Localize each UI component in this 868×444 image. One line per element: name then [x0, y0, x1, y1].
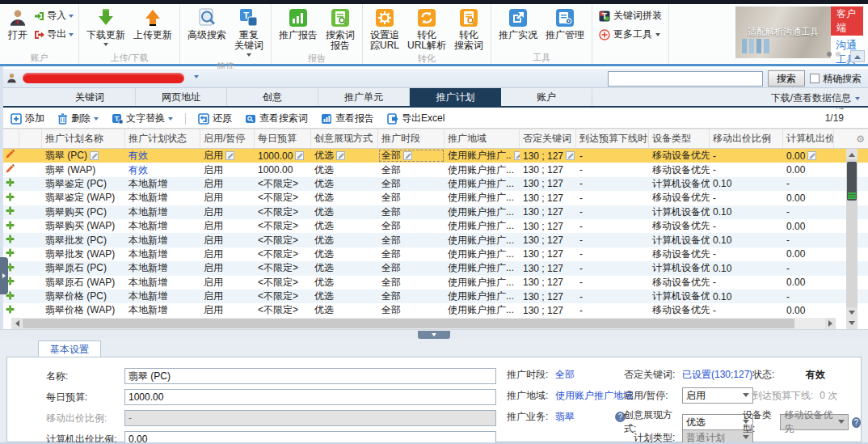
cell-computer[interactable]: 0.00 — [783, 149, 834, 163]
cell-deadline[interactable]: - — [576, 261, 649, 275]
cell-display[interactable]: 优选 — [311, 149, 378, 163]
cell-budget[interactable]: <不限定> — [255, 205, 311, 219]
search-term-report-button[interactable]: 搜索词 报告 — [322, 6, 359, 53]
cell-negative[interactable]: 130 ; 127 — [520, 149, 576, 163]
cell-mobile[interactable]: 0.10 — [710, 177, 783, 191]
cell-deadline[interactable]: - — [576, 233, 649, 247]
export-excel-button[interactable]: 导出Excel — [383, 112, 449, 125]
tab-account[interactable]: 账户 — [501, 88, 592, 106]
cell-region[interactable]: 使用账户推广... — [445, 219, 520, 233]
vertical-scroll-thumb[interactable] — [847, 162, 857, 201]
cell-computer[interactable]: 0.00 — [783, 191, 834, 205]
export-dropdown-caret[interactable] — [69, 33, 74, 39]
add-button[interactable]: 添加 — [6, 112, 48, 125]
cell-period[interactable]: 全部 — [378, 191, 445, 205]
cell-display[interactable]: 优选 — [311, 219, 378, 233]
row-spacer-cell[interactable] — [19, 163, 42, 176]
cell-status[interactable]: 有效 — [125, 149, 200, 163]
cell-budget[interactable]: <不限定> — [255, 261, 311, 275]
cell-name[interactable]: 翡翠价格 (WAP) — [42, 303, 125, 317]
scroll-up-button[interactable] — [846, 149, 857, 159]
download-dropdown-caret[interactable] — [103, 43, 108, 49]
cell-enable[interactable]: 启用 — [200, 149, 255, 163]
more-tools-button[interactable]: 更多工具 — [599, 27, 662, 41]
header-enable[interactable]: 启用/暂停 — [200, 129, 255, 148]
cell-computer[interactable]: - — [783, 233, 834, 247]
business-link[interactable]: 翡翠 — [555, 410, 575, 424]
edit-cell-icon[interactable] — [225, 151, 234, 160]
table-row[interactable]: 翡翠购买 (PC)本地新增启用<不限定>优选全部使用账户推广...130 ; 1… — [0, 205, 868, 219]
period-link[interactable]: 全部 — [555, 368, 575, 382]
cell-region[interactable]: 使用账户推广... — [445, 191, 520, 205]
row-spacer-cell[interactable] — [19, 205, 42, 219]
cell-status[interactable]: 本地新增 — [125, 290, 200, 303]
cell-negative[interactable]: 130 ; 127 — [520, 303, 576, 317]
cell-region[interactable]: 使用账户推广... — [445, 205, 520, 219]
daily-budget-field[interactable] — [124, 389, 496, 405]
cell-name[interactable]: 翡翠 (PC) — [42, 149, 125, 163]
cell-computer[interactable]: 0.00 — [783, 303, 834, 317]
cell-status[interactable]: 本地新增 — [125, 276, 200, 290]
cell-deadline[interactable]: - — [576, 276, 649, 290]
cell-region[interactable]: 使用账户推广... — [445, 276, 520, 290]
cell-budget[interactable]: <不限定> — [255, 191, 311, 205]
scroll-right-button[interactable] — [825, 318, 836, 329]
cell-deadline[interactable]: - — [576, 219, 649, 233]
cell-mobile[interactable]: - — [710, 247, 783, 261]
cell-budget[interactable]: <不限定> — [255, 177, 311, 191]
cell-region[interactable]: 使用账户推广... — [445, 290, 520, 303]
cell-deadline[interactable]: - — [576, 163, 649, 176]
keyword-assemble-button[interactable]: T 关键词拼装 — [599, 9, 662, 23]
tab-keywords[interactable]: 关键词 — [44, 88, 136, 106]
edit-cell-icon[interactable] — [566, 151, 575, 160]
set-tracking-url-button[interactable]: 设置追 踪URL — [366, 6, 403, 53]
cell-name[interactable]: 翡翠价格 (PC) — [42, 290, 125, 303]
cell-mobile[interactable]: - — [710, 276, 783, 290]
name-field[interactable] — [124, 368, 496, 384]
cell-mobile[interactable]: - — [710, 149, 783, 163]
cell-device[interactable]: 移动设备优先 — [649, 303, 710, 317]
cell-computer[interactable]: 0.00 — [783, 247, 834, 261]
search-input[interactable] — [608, 71, 763, 87]
cell-status[interactable]: 本地新增 — [125, 177, 200, 191]
cell-budget[interactable]: <不限定> — [255, 303, 311, 317]
download-update-button[interactable]: 下载更新 — [82, 6, 129, 50]
cell-status[interactable]: 本地新增 — [125, 303, 200, 317]
cell-period[interactable]: 全部 — [378, 276, 445, 290]
cell-mobile[interactable]: - — [710, 219, 783, 233]
cell-status[interactable]: 本地新增 — [125, 191, 200, 205]
table-row[interactable]: 翡翠鉴定 (WAP)本地新增启用<不限定>优选全部使用账户推广...130 ; … — [0, 191, 868, 205]
cell-computer[interactable]: 0.00 — [783, 163, 834, 176]
device-type-help-icon[interactable]: ? — [852, 417, 861, 428]
column-settings-gear-icon[interactable]: ⚙ — [856, 133, 865, 145]
cell-computer[interactable]: - — [783, 290, 834, 303]
cell-name[interactable]: 翡翠原石 (PC) — [42, 261, 125, 275]
row-spacer-cell[interactable] — [19, 261, 42, 275]
cell-period[interactable]: 全部 — [378, 177, 445, 191]
row-spacer-cell[interactable] — [19, 276, 42, 290]
more-tools-caret[interactable] — [655, 33, 660, 39]
cell-period[interactable]: 全部 — [378, 219, 445, 233]
exact-search-option[interactable]: 精确搜索 — [810, 72, 862, 86]
table-row[interactable]: 翡翠批发 (PC)本地新增启用<不限定>优选全部使用账户推广...130 ; 1… — [0, 233, 868, 247]
tab-promo-unit[interactable]: 推广单元 — [318, 88, 410, 106]
header-budget[interactable]: 每日预算 — [255, 129, 311, 148]
account-dropdown-caret[interactable] — [194, 75, 199, 81]
cell-enable[interactable]: 启用 — [200, 177, 255, 191]
tab-basic-settings[interactable]: 基本设置 — [38, 340, 101, 357]
open-button[interactable]: 打开 — [3, 6, 32, 42]
cell-name[interactable]: 翡翠鉴定 (WAP) — [42, 191, 125, 205]
tab-promo-plan[interactable]: 推广计划 — [410, 88, 501, 106]
data-info-link[interactable]: 下载/查看数据信息 — [771, 91, 860, 105]
cell-name[interactable]: 翡翠原石 (WAP) — [42, 276, 125, 290]
cell-name[interactable]: 翡翠批发 (PC) — [42, 233, 125, 247]
cell-computer[interactable]: 0.00 — [783, 219, 834, 233]
header-region[interactable]: 推广地域 — [445, 129, 520, 148]
cell-display[interactable]: 优选 — [311, 303, 378, 317]
cell-period[interactable]: 全部 — [378, 149, 445, 163]
scroll-left-button[interactable] — [11, 318, 22, 329]
cell-computer[interactable]: - — [783, 261, 834, 275]
restore-button[interactable]: 还原 — [194, 112, 236, 125]
row-spacer-cell[interactable] — [19, 149, 42, 163]
cell-device[interactable]: 移动设备优先 — [649, 149, 710, 163]
